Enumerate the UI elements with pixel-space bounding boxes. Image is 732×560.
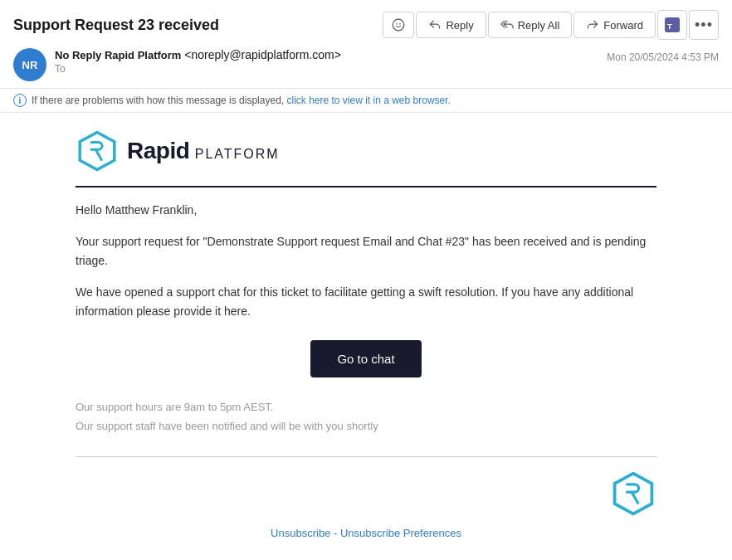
rapid-platform-logo [76, 129, 119, 173]
footer-logo [76, 470, 656, 517]
logo-container: Rapid PLATFORM [76, 129, 656, 187]
emoji-icon [392, 18, 405, 32]
greeting-text: Hello Matthew Franklin, [76, 201, 656, 219]
teams-button[interactable]: T [657, 10, 687, 40]
more-button[interactable]: ••• [689, 10, 719, 40]
forward-label: Forward [603, 19, 643, 32]
sender-to: To [55, 63, 341, 75]
support-hours-line-2: Our support staff have been notified and… [76, 416, 656, 436]
info-text: If there are problems with how this mess… [32, 95, 451, 106]
email-subject: Support Request 23 received [13, 17, 219, 34]
svg-text:T: T [667, 22, 672, 31]
unsubscribe-link[interactable]: Unsubscribe [271, 527, 330, 539]
info-icon: i [13, 94, 27, 107]
support-hours: Our support hours are 9am to 5pm AEST. O… [76, 397, 656, 436]
support-hours-line-1: Our support hours are 9am to 5pm AEST. [76, 397, 656, 416]
reply-label: Reply [446, 19, 473, 32]
svg-point-1 [397, 23, 398, 25]
forward-button[interactable]: Forward [573, 12, 656, 38]
email-timestamp: Mon 20/05/2024 4:53 PM [607, 51, 719, 63]
reply-button[interactable]: Reply [416, 12, 486, 38]
footer-links: Unsubscribe - Unsubscribe Preferences [76, 527, 656, 539]
go-to-chat-button[interactable]: Go to chat [310, 340, 421, 377]
reply-all-icon [500, 18, 514, 32]
cta-wrapper: Go to chat [76, 340, 656, 377]
footer-rapid-logo [610, 470, 656, 517]
logo-rapid: Rapid [127, 138, 189, 163]
unsubscribe-preferences-link[interactable]: Unsubscribe Preferences [340, 527, 461, 539]
email-body: Rapid PLATFORM Hello Matthew Franklin, Y… [42, 113, 690, 556]
forward-icon [586, 18, 599, 32]
sender-info: No Reply Rapid Platform <noreply@rapidpl… [55, 48, 341, 75]
more-icon: ••• [695, 17, 713, 34]
sender-row: NR No Reply Rapid Platform <noreply@rapi… [13, 48, 719, 81]
emoji-button[interactable] [383, 12, 414, 38]
logo-platform: PLATFORM [189, 147, 279, 161]
sender-email: <noreply@rapidplatform.com> [184, 48, 341, 61]
reply-all-label: Reply All [518, 19, 560, 32]
body-paragraph-2: We have opened a support chat for this t… [76, 283, 656, 320]
svg-point-2 [400, 23, 402, 25]
avatar: NR [13, 48, 46, 81]
footer-separator: - [330, 527, 340, 539]
body-paragraph-1: Your support request for "Demonstrate Su… [76, 232, 656, 270]
reply-icon [428, 18, 442, 32]
svg-point-0 [393, 19, 405, 31]
info-banner: i If there are problems with how this me… [0, 89, 732, 113]
reply-all-button[interactable]: Reply All [488, 12, 573, 38]
teams-icon: T [665, 17, 680, 32]
action-toolbar: Reply Reply All Forward [383, 10, 719, 40]
view-in-browser-link[interactable]: click here to view it in a web browser. [286, 95, 450, 106]
sender-name: No Reply Rapid Platform [55, 49, 181, 61]
logo-text: Rapid PLATFORM [127, 138, 280, 164]
footer-divider [76, 456, 656, 457]
